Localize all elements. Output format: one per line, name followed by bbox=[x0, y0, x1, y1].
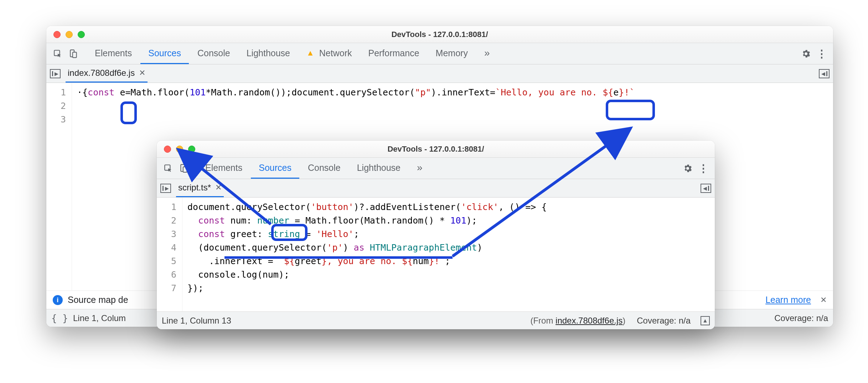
cursor-position: Line 1, Colum bbox=[73, 313, 126, 323]
inspect-icon[interactable] bbox=[51, 47, 64, 60]
devtools-window-front: DevTools - 127.0.0.1:8081/ Elements Sour… bbox=[157, 141, 715, 329]
coverage-label: Coverage: n/a bbox=[774, 313, 828, 323]
navigator-toggle-icon[interactable]: ▶ bbox=[50, 69, 61, 78]
line-gutter: 1 2 3 bbox=[46, 83, 72, 290]
file-tabbar: ▶ script.ts* ✕ ◀ bbox=[157, 179, 715, 198]
statusbar: Line 1, Column 13 (From index.7808df6e.j… bbox=[157, 311, 715, 329]
tab-performance[interactable]: Performance bbox=[360, 43, 427, 64]
gear-icon[interactable] bbox=[800, 47, 812, 60]
file-tabbar: ▶ index.7808df6e.js ✕ ◀ bbox=[46, 64, 833, 83]
traffic-lights bbox=[157, 146, 195, 153]
window-title: DevTools - 127.0.0.1:8081/ bbox=[46, 30, 833, 39]
svg-rect-2 bbox=[73, 52, 77, 57]
gear-icon[interactable] bbox=[681, 162, 694, 175]
infobar-text: Source map de bbox=[68, 295, 128, 305]
tab-lighthouse[interactable]: Lighthouse bbox=[349, 158, 408, 179]
inspect-icon[interactable] bbox=[162, 162, 175, 175]
close-icon[interactable] bbox=[53, 31, 61, 38]
device-toggle-icon[interactable] bbox=[67, 47, 80, 60]
zoom-icon[interactable] bbox=[78, 31, 85, 38]
titlebar[interactable]: DevTools - 127.0.0.1:8081/ bbox=[46, 26, 833, 43]
panel-tabs: Elements Sources Console Lighthouse ▲Net… bbox=[87, 43, 497, 64]
tabs-overflow-icon[interactable]: » bbox=[476, 43, 498, 64]
tab-elements[interactable]: Elements bbox=[197, 158, 250, 179]
line-gutter: 1234567 bbox=[157, 198, 182, 311]
debugger-toggle-icon[interactable]: ◀ bbox=[819, 69, 830, 78]
info-icon: i bbox=[53, 295, 63, 305]
close-icon[interactable] bbox=[164, 146, 171, 153]
devtools-toolbar: Elements Sources Console Lighthouse » ⋮ bbox=[157, 158, 715, 179]
learn-more-link[interactable]: Learn more bbox=[765, 295, 811, 305]
kebab-icon[interactable]: ⋮ bbox=[815, 47, 828, 60]
minimize-icon[interactable] bbox=[66, 31, 73, 38]
window-title: DevTools - 127.0.0.1:8081/ bbox=[157, 145, 715, 154]
kebab-icon[interactable]: ⋮ bbox=[697, 162, 710, 175]
infobar-close-icon[interactable]: ✕ bbox=[820, 295, 827, 305]
minimize-icon[interactable] bbox=[176, 146, 183, 153]
tab-network[interactable]: ▲Network bbox=[299, 43, 360, 64]
tabs-overflow-icon[interactable]: » bbox=[409, 158, 430, 179]
file-tab-label: index.7808df6e.js bbox=[68, 68, 135, 78]
warning-icon: ▲ bbox=[306, 48, 314, 58]
titlebar[interactable]: DevTools - 127.0.0.1:8081/ bbox=[157, 141, 715, 158]
tab-lighthouse[interactable]: Lighthouse bbox=[239, 43, 298, 64]
cursor-position: Line 1, Column 13 bbox=[162, 316, 231, 326]
debugger-toggle-icon[interactable]: ◀ bbox=[701, 184, 711, 193]
source-origin: (From index.7808df6e.js) bbox=[530, 316, 625, 326]
tab-console[interactable]: Console bbox=[300, 158, 348, 179]
devtools-toolbar: Elements Sources Console Lighthouse ▲Net… bbox=[46, 43, 833, 64]
file-tab[interactable]: script.ts* ✕ bbox=[176, 179, 224, 197]
source-origin-link[interactable]: index.7808df6e.js bbox=[556, 316, 622, 325]
tab-sources[interactable]: Sources bbox=[251, 158, 299, 179]
svg-rect-5 bbox=[183, 167, 187, 172]
tab-console[interactable]: Console bbox=[190, 43, 238, 64]
file-tab[interactable]: index.7808df6e.js ✕ bbox=[66, 64, 148, 83]
panel-tabs: Elements Sources Console Lighthouse » bbox=[197, 158, 430, 179]
expand-up-icon[interactable]: ▲ bbox=[701, 316, 710, 325]
tab-sources[interactable]: Sources bbox=[140, 43, 189, 64]
close-tab-icon[interactable]: ✕ bbox=[215, 183, 222, 192]
close-tab-icon[interactable]: ✕ bbox=[139, 68, 145, 78]
code-editor[interactable]: 1234567 document.querySelector('button')… bbox=[157, 198, 715, 311]
file-tab-label: script.ts* bbox=[178, 183, 211, 193]
tab-memory[interactable]: Memory bbox=[428, 43, 476, 64]
coverage-label: Coverage: n/a bbox=[637, 316, 691, 326]
code-content[interactable]: document.querySelector('button')?.addEve… bbox=[182, 198, 547, 311]
device-toggle-icon[interactable] bbox=[177, 162, 190, 175]
zoom-icon[interactable] bbox=[188, 146, 195, 153]
tab-elements[interactable]: Elements bbox=[87, 43, 140, 64]
traffic-lights bbox=[46, 31, 85, 38]
navigator-toggle-icon[interactable]: ▶ bbox=[160, 184, 171, 193]
pretty-print-icon[interactable]: { } bbox=[51, 313, 68, 324]
